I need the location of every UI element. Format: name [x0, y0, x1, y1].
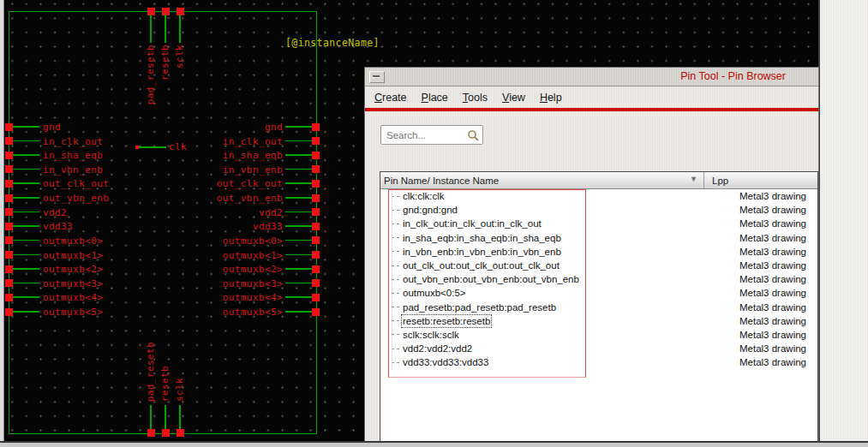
menu-item[interactable]: Place [422, 92, 448, 104]
pin-bottom[interactable]: resetb [160, 337, 171, 432]
search-input[interactable] [381, 130, 467, 140]
lpp-cell[interactable]: Metal3 drawing [703, 288, 806, 298]
pin-name-cell[interactable]: out_clk_out:out_clk_out:out_clk_out [380, 260, 703, 271]
pin-right[interactable]: vdd2 [120, 206, 320, 218]
pin-right[interactable]: outmuxb<0> [120, 235, 320, 247]
pin-square-icon[interactable] [5, 123, 13, 131]
pin-name-cell[interactable]: out_vbn_enb:out_vbn_enb:out_vbn_enb [380, 274, 703, 284]
pin-top[interactable]: resetb [160, 11, 171, 107]
table-row[interactable]: gnd:gnd:gnd Metal3 drawing [380, 203, 817, 217]
lpp-cell[interactable]: Metal3 drawing [703, 191, 806, 201]
pin-name-cell[interactable]: outmuxb<0:5> [380, 288, 703, 298]
pin-top[interactable]: sclk [175, 11, 185, 107]
pin-square-icon[interactable] [312, 236, 320, 244]
pin-right[interactable]: outmuxb<5> [120, 306, 320, 318]
table-row[interactable]: in_sha_eqb:in_sha_eqb:in_sha_eqb Metal3 … [380, 231, 817, 245]
pin-right[interactable]: outmuxb<4> [120, 291, 320, 303]
pin-name-cell[interactable]: sclk:sclk:sclk [380, 330, 703, 340]
table-row[interactable]: in_vbn_enb:in_vbn_enb:in_vbn_enb Metal3 … [380, 245, 817, 259]
search-box[interactable] [380, 125, 483, 145]
pin-square-icon[interactable] [312, 208, 320, 216]
lpp-cell[interactable]: Metal3 drawing [703, 330, 806, 340]
table-row[interactable]: vdd2:vdd2:vdd2 Metal3 drawing [380, 342, 817, 355]
pin-top[interactable]: pad_resetb [146, 11, 156, 107]
menu-item[interactable]: Help [540, 92, 562, 104]
pin-name-cell[interactable]: vdd33:vdd33:vdd33 [380, 357, 703, 367]
table-row[interactable]: resetb:resetb:resetb Metal3 drawing [380, 314, 817, 328]
pin-name-cell[interactable]: in_vbn_enb:in_vbn_enb:in_vbn_enb [380, 247, 703, 257]
clk-pin-label[interactable]: clk [169, 141, 187, 152]
pin-square-icon[interactable] [177, 429, 184, 437]
pin-square-icon[interactable] [5, 251, 13, 259]
pin-name-cell[interactable]: pad_resetb:pad_resetb:pad_resetb [380, 302, 703, 313]
pin-right[interactable]: out_vbn_enb [120, 192, 320, 204]
pin-right[interactable]: vdd33 [120, 220, 320, 232]
pin-square-icon[interactable] [5, 223, 13, 230]
pin-square-icon[interactable] [312, 180, 320, 188]
menu-item[interactable]: Create [374, 92, 407, 104]
pin-square-icon[interactable] [5, 236, 13, 244]
pin-square-icon[interactable] [5, 152, 13, 159]
table-row[interactable]: vdd33:vdd33:vdd33 Metal3 drawing [380, 355, 817, 369]
column-separator[interactable] [703, 172, 704, 188]
dialog-titlebar[interactable]: Pin Tool - Pin Browser [365, 68, 818, 86]
instance-name-label[interactable]: [@instanceName] [285, 37, 380, 49]
lpp-cell[interactable]: Metal3 drawing [703, 233, 806, 243]
lpp-cell[interactable]: Metal3 drawing [703, 260, 806, 271]
column-header-lpp[interactable]: Lpp [703, 176, 728, 186]
pin-square-icon[interactable] [5, 180, 13, 188]
table-row[interactable]: pad_resetb:pad_resetb:pad_resetb Metal3 … [380, 301, 817, 314]
pin-square-icon[interactable] [312, 251, 320, 259]
pin-name-cell[interactable]: clk:clk:clk [380, 191, 703, 201]
table-row[interactable]: out_vbn_enb:out_vbn_enb:out_vbn_enb Meta… [380, 272, 817, 286]
pin-bottom[interactable]: pad_resetb [146, 337, 156, 432]
window-menu-icon[interactable] [369, 71, 385, 83]
menu-item[interactable]: Tools [463, 92, 488, 104]
pin-right[interactable]: in_clk_out [120, 135, 320, 147]
pin-right[interactable]: in_sha_eqb [120, 149, 320, 161]
lpp-cell[interactable]: Metal3 drawing [703, 205, 806, 215]
sort-descending-icon[interactable]: ▼ [690, 175, 697, 183]
pin-square-icon[interactable] [312, 137, 320, 145]
table-row[interactable]: in_clk_out:in_clk_out:in_clk_out Metal3 … [380, 217, 817, 230]
pin-right[interactable]: outmuxb<2> [120, 263, 320, 275]
lpp-cell[interactable]: Metal3 drawing [703, 247, 806, 257]
pin-name-cell[interactable]: vdd2:vdd2:vdd2 [380, 343, 703, 354]
column-header-pin-name[interactable]: Pin Name/ Instance Name [380, 176, 703, 186]
pin-square-icon[interactable] [312, 279, 320, 287]
pin-name-cell[interactable]: gnd:gnd:gnd [380, 205, 703, 215]
pin-square-icon[interactable] [5, 208, 13, 216]
pin-square-icon[interactable] [5, 165, 13, 173]
table-header[interactable]: Pin Name/ Instance Name ▼ Lpp [380, 172, 817, 189]
table-row[interactable]: sclk:sclk:sclk Metal3 drawing [380, 328, 817, 342]
pin-bottom[interactable]: sclk [175, 337, 185, 432]
pin-square-icon[interactable] [312, 294, 320, 301]
pin-right[interactable]: outmuxb<3> [120, 277, 320, 289]
pin-square-icon[interactable] [312, 265, 320, 273]
lpp-cell[interactable]: Metal3 drawing [703, 343, 806, 354]
pin-square-icon[interactable] [312, 152, 320, 159]
pin-square-icon[interactable] [5, 194, 13, 202]
table-row[interactable]: outmuxb<0:5> Metal3 drawing [380, 286, 817, 300]
pin-right[interactable]: gnd [120, 121, 320, 133]
table-row[interactable]: out_clk_out:out_clk_out:out_clk_out Meta… [380, 259, 817, 272]
pin-right[interactable]: out_clk_out [120, 177, 320, 189]
lpp-cell[interactable]: Metal3 drawing [703, 218, 806, 229]
pin-square-icon[interactable] [5, 265, 13, 273]
pin-square-icon[interactable] [5, 308, 13, 316]
pin-square-icon[interactable] [312, 165, 320, 173]
pin-name-cell[interactable]: in_sha_eqb:in_sha_eqb:in_sha_eqb [380, 233, 703, 243]
pin-square-icon[interactable] [312, 123, 320, 131]
pin-square-icon[interactable] [162, 429, 170, 437]
pin-square-icon[interactable] [147, 429, 155, 437]
pin-square-icon[interactable] [5, 294, 13, 301]
pin-square-icon[interactable] [5, 279, 13, 287]
pin-right[interactable]: in_vbn_enb [120, 164, 320, 176]
pin-square-icon[interactable] [5, 137, 13, 145]
table-row[interactable]: clk:clk:clk Metal3 drawing [380, 189, 817, 203]
pin-name-cell[interactable]: resetb:resetb:resetb [380, 316, 703, 326]
pin-name-cell[interactable]: in_clk_out:in_clk_out:in_clk_out [380, 218, 703, 229]
lpp-cell[interactable]: Metal3 drawing [703, 302, 806, 313]
lpp-cell[interactable]: Metal3 drawing [703, 357, 806, 367]
lpp-cell[interactable]: Metal3 drawing [703, 274, 806, 284]
